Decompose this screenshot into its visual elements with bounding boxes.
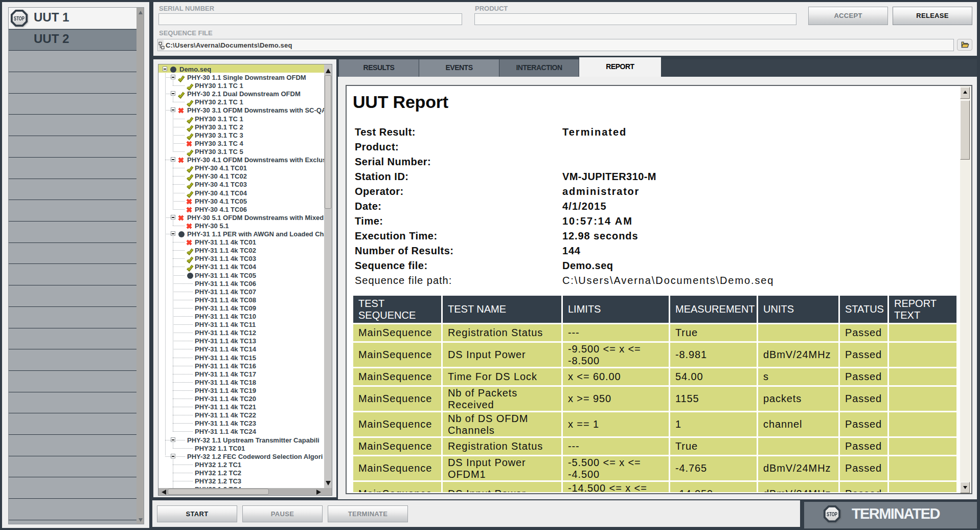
svg-text:STOP: STOP — [14, 15, 25, 21]
svg-text:STOP: STOP — [827, 511, 837, 517]
